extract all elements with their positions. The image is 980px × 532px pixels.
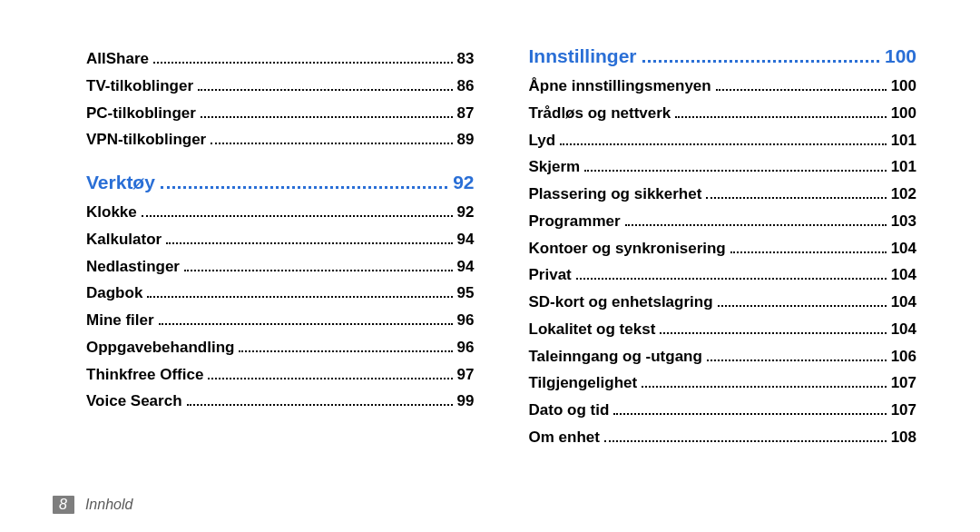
leader-dots	[239, 350, 452, 352]
toc-title: Dagbok	[86, 280, 142, 307]
leader-dots	[161, 186, 447, 189]
toc-page: 89	[457, 126, 475, 153]
toc-title: Dato og tid	[529, 397, 610, 424]
toc-page: 95	[457, 280, 475, 307]
footer-section-label: Innhold	[85, 497, 133, 513]
toc-entry[interactable]: Thinkfree Office 97	[86, 361, 475, 389]
toc-title: SD-kort og enhetslagring	[529, 289, 713, 316]
toc-title: Voice Search	[86, 388, 182, 415]
leader-dots	[187, 404, 453, 406]
left-column: AllShare 83 TV-tilkoblinger 86 PC-tilkob…	[86, 45, 475, 490]
toc-entry[interactable]: Privat 104	[529, 261, 917, 289]
leader-dots	[625, 224, 887, 226]
toc-entry[interactable]: TV-tilkoblinger 86	[86, 73, 475, 100]
toc-page: 96	[457, 334, 475, 361]
toc-title: Taleinngang og -utgang	[529, 343, 702, 370]
toc-page: 101	[891, 153, 916, 181]
toc-title: Privat	[529, 261, 572, 289]
toc-title: TV-tilkoblinger	[86, 73, 193, 100]
toc-page: 99	[457, 388, 475, 415]
toc-page: 101	[891, 127, 916, 154]
toc-title: Skjerm	[529, 153, 581, 181]
toc-entry[interactable]: Programmer 103	[529, 208, 917, 235]
toc-page: 100	[891, 100, 916, 127]
toc-entry[interactable]: AllShare 83	[86, 45, 475, 73]
leader-dots	[718, 305, 887, 307]
leader-dots	[675, 116, 886, 118]
toc-title: Om enhet	[529, 424, 600, 451]
toc-page: 107	[891, 369, 916, 397]
leader-dots	[604, 440, 887, 442]
toc-entry[interactable]: Om enhet 108	[529, 424, 917, 451]
toc-entry[interactable]: Dagbok 95	[86, 280, 475, 307]
toc-entry[interactable]: Oppgavebehandling 96	[86, 334, 475, 361]
leader-dots	[208, 378, 452, 379]
toc-page: 104	[891, 316, 916, 343]
toc-page: 83	[457, 45, 475, 73]
section-heading-verktoy[interactable]: Verktøy 92	[86, 172, 475, 193]
leader-dots	[147, 296, 452, 298]
toc-title: Tilgjengelighet	[529, 369, 638, 397]
toc-page: 106	[891, 343, 916, 370]
leader-dots	[706, 197, 886, 199]
toc-title: AllShare	[86, 45, 149, 73]
toc-page: 86	[457, 73, 475, 100]
leader-dots	[642, 60, 879, 63]
section-title: Verktøy	[86, 172, 155, 193]
toc-entry[interactable]: Mine filer 96	[86, 307, 475, 334]
leader-dots	[584, 170, 886, 172]
toc-entry[interactable]: Skjerm 101	[529, 153, 917, 181]
leader-dots	[642, 386, 886, 388]
toc-entry[interactable]: Lyd 101	[529, 127, 917, 154]
toc-page: 92	[457, 199, 475, 226]
toc-page: 108	[891, 424, 916, 451]
toc-title: Lyd	[529, 127, 556, 154]
toc-entry[interactable]: Voice Search 99	[86, 388, 475, 415]
toc-page: 87	[457, 100, 475, 127]
toc-entry[interactable]: Nedlastinger 94	[86, 253, 475, 281]
section-title: Innstillinger	[529, 45, 637, 67]
toc-page: 107	[891, 397, 916, 424]
toc-title: Kontoer og synkronisering	[529, 235, 726, 262]
toc-page: 96	[457, 307, 475, 334]
toc-entry[interactable]: Åpne innstillingsmenyen 100	[529, 73, 917, 100]
toc-entry[interactable]: Trådløs og nettverk 100	[529, 100, 917, 127]
leader-dots	[613, 413, 886, 415]
section-heading-innstillinger[interactable]: Innstillinger 100	[529, 45, 917, 67]
toc-page: 104	[891, 235, 916, 262]
toc-title: Klokke	[86, 199, 137, 226]
toc-title: Åpne innstillingsmenyen	[529, 73, 711, 100]
toc-entry[interactable]: Klokke 92	[86, 199, 475, 226]
toc-page: 102	[891, 181, 916, 208]
toc-entry[interactable]: VPN-tilkoblinger 89	[86, 126, 475, 153]
toc-entry[interactable]: Lokalitet og tekst 104	[529, 316, 917, 343]
toc-entry[interactable]: Tilgjengelighet 107	[529, 369, 917, 397]
section-page: 92	[453, 172, 474, 193]
toc-entry[interactable]: SD-kort og enhetslagring 104	[529, 289, 917, 316]
section-page: 100	[885, 45, 916, 67]
toc-entry[interactable]: Dato og tid 107	[529, 397, 917, 424]
toc-entry[interactable]: Kalkulator 94	[86, 226, 475, 253]
toc-entry[interactable]: Taleinngang og -utgang 106	[529, 343, 917, 370]
toc-entry[interactable]: Kontoer og synkronisering 104	[529, 235, 917, 262]
leader-dots	[716, 89, 887, 91]
leader-dots	[166, 242, 452, 244]
toc-title: Programmer	[529, 208, 621, 235]
leader-dots	[576, 278, 887, 280]
page-number-badge: 8	[53, 496, 74, 514]
toc-title: Nedlastinger	[86, 253, 180, 281]
leader-dots	[211, 143, 452, 144]
right-column: Innstillinger 100 Åpne innstillingsmenye…	[529, 45, 917, 490]
toc-page: 97	[457, 361, 475, 389]
toc-entry[interactable]: Plassering og sikkerhet 102	[529, 181, 917, 208]
toc-entry[interactable]: PC-tilkoblinger 87	[86, 100, 475, 127]
toc-title: Trådløs og nettverk	[529, 100, 671, 127]
toc-title: Mine filer	[86, 307, 154, 334]
leader-dots	[201, 116, 453, 118]
page-footer: 8 Innhold	[53, 496, 132, 514]
toc-title: Oppgavebehandling	[86, 334, 234, 361]
toc-page: 104	[891, 289, 916, 316]
toc-title: PC-tilkoblinger	[86, 100, 196, 127]
toc-title: Thinkfree Office	[86, 361, 203, 389]
leader-dots	[198, 89, 453, 91]
